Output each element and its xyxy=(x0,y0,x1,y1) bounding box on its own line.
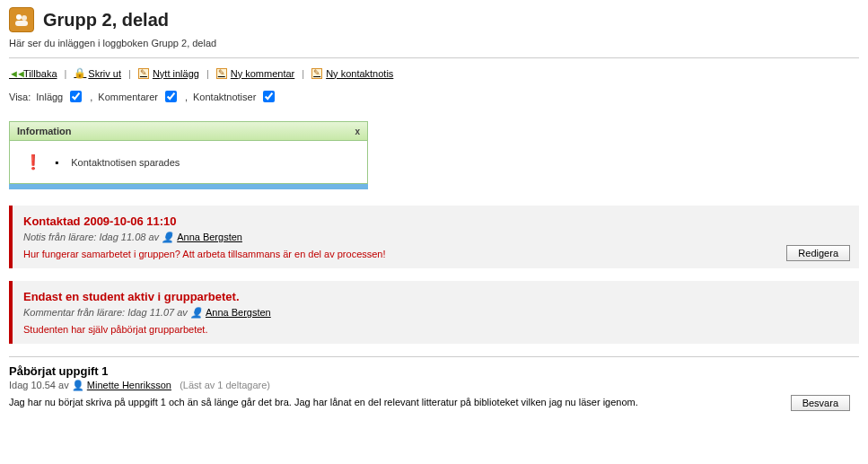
entry-meta-time: Idag 11.07 av xyxy=(127,307,188,318)
filter-posts[interactable]: Inlägg xyxy=(36,88,84,105)
entry-author-link[interactable]: Anna Bergsten xyxy=(177,232,242,242)
print-link[interactable]: 🔒 Skriv ut xyxy=(74,67,121,79)
page-header: Grupp 2, delad xyxy=(9,7,859,32)
entry-body: Jag har nu börjat skriva på uppgift 1 oc… xyxy=(9,397,859,407)
svg-rect-2 xyxy=(15,21,28,26)
info-box-body: ❗ ▪ Kontaktnotisen sparades xyxy=(10,141,367,183)
person-icon: 👤 xyxy=(72,380,84,391)
filter-comments-label: Kommentarer xyxy=(98,92,158,102)
entry-author-link[interactable]: Minette Henriksson xyxy=(87,380,171,390)
svg-point-1 xyxy=(22,15,27,21)
edit-icon: ✎ xyxy=(216,68,227,79)
filter-contacts-checkbox[interactable] xyxy=(263,91,275,102)
contact-note-entry: Kontaktad 2009-10-06 11:10 Notis från lä… xyxy=(9,206,859,268)
toolbar: ◄◄ Tillbaka | 🔒 Skriv ut | ✎ Nytt inlägg… xyxy=(9,67,859,79)
filter-posts-checkbox[interactable] xyxy=(70,91,82,102)
comma: , xyxy=(185,92,188,102)
entry-meta: Kommentar från lärare: Idag 11.07 av 👤 A… xyxy=(23,307,848,319)
filter-posts-label: Inlägg xyxy=(36,92,63,102)
info-box-title: Information xyxy=(17,126,72,136)
entry-body: Studenten har själv påbörjat grupparbete… xyxy=(23,324,848,335)
filter-contacts-label: Kontaktnotiser xyxy=(193,92,256,102)
entry-readby: (Läst av 1 deltagare) xyxy=(180,380,270,390)
post-entry: Påbörjat uppgift 1 Idag 10.54 av 👤 Minet… xyxy=(9,356,859,415)
separator: | xyxy=(65,68,67,79)
edit-icon: ✎ xyxy=(138,68,149,79)
entry-meta-time: Idag 11.08 av xyxy=(99,232,159,242)
reply-button[interactable]: Besvara xyxy=(791,395,850,411)
entry-meta-prefix: Kommentar från lärare: xyxy=(23,307,125,318)
new-contact-label: Ny kontaktnotis xyxy=(326,68,393,79)
new-contact-link[interactable]: ✎ Ny kontaktnotis xyxy=(311,68,393,79)
filter-comments-checkbox[interactable] xyxy=(165,91,177,102)
separator: | xyxy=(206,68,209,79)
info-box-header: Information x xyxy=(10,122,367,141)
divider xyxy=(9,57,859,58)
page-title: Grupp 2, delad xyxy=(43,10,169,31)
entry-meta-time: Idag 10.54 av xyxy=(9,380,69,390)
back-link[interactable]: ◄◄ Tillbaka xyxy=(9,68,57,79)
back-icon: ◄◄ xyxy=(9,68,20,79)
entry-meta: Idag 10.54 av 👤 Minette Henriksson (Läst… xyxy=(9,380,859,391)
filter-contacts[interactable]: Kontaktnotiser xyxy=(193,88,277,105)
new-post-link[interactable]: ✎ Nytt inlägg xyxy=(138,68,199,79)
filter-label: Visa: xyxy=(9,92,31,102)
info-box-message: Kontaktnotisen sparades xyxy=(71,157,180,168)
new-post-label: Nytt inlägg xyxy=(153,68,199,79)
separator: | xyxy=(302,68,304,79)
group-icon xyxy=(9,7,34,32)
separator: | xyxy=(128,68,131,79)
print-icon: 🔒 xyxy=(74,67,84,79)
entry-author-link[interactable]: Anna Bergsten xyxy=(206,307,271,318)
close-icon[interactable]: x xyxy=(355,127,360,136)
entry-meta-prefix: Notis från lärare: xyxy=(23,232,96,242)
bullet-icon: ▪ xyxy=(55,157,58,168)
comma: , xyxy=(90,92,92,102)
page-subtitle: Här ser du inläggen i loggboken Grupp 2,… xyxy=(9,38,859,48)
new-comment-link[interactable]: ✎ Ny kommentar xyxy=(216,68,295,79)
entry-meta: Notis från lärare: Idag 11.08 av 👤 Anna … xyxy=(23,232,848,243)
filter-comments[interactable]: Kommentarer xyxy=(98,88,180,105)
edit-icon: ✎ xyxy=(311,68,322,79)
edit-button[interactable]: Redigera xyxy=(786,245,850,261)
new-comment-label: Ny kommentar xyxy=(231,68,295,79)
person-icon: 👤 xyxy=(162,232,174,243)
svg-point-0 xyxy=(16,14,22,20)
entry-title: Kontaktad 2009-10-06 11:10 xyxy=(23,214,848,228)
filter-row: Visa: Inlägg , Kommentarer , Kontaktnoti… xyxy=(9,88,859,105)
entry-body: Hur fungerar samarbetet i gruppen? Att a… xyxy=(23,249,848,259)
exclamation-icon: ❗ xyxy=(24,153,42,171)
entry-title: Påbörjat uppgift 1 xyxy=(9,364,859,378)
info-box: Information x ❗ ▪ Kontaktnotisen sparade… xyxy=(9,121,368,189)
print-label: Skriv ut xyxy=(88,68,121,79)
back-label: Tillbaka xyxy=(23,68,57,79)
comment-entry: Endast en student aktiv i grupparbetet. … xyxy=(9,281,859,344)
entry-title: Endast en student aktiv i grupparbetet. xyxy=(23,290,848,303)
person-icon: 👤 xyxy=(190,307,203,319)
